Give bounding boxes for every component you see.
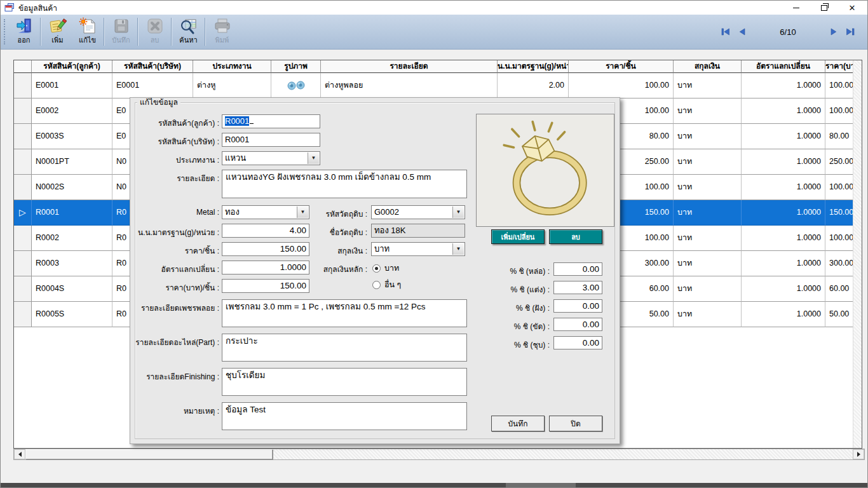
grid-header-price_baht[interactable]: ราคา(บาท bbox=[825, 60, 855, 73]
grid-cell-rate: 1.0000 bbox=[742, 124, 825, 149]
grid-header-weight[interactable]: น.น.มาตรฐาน(g)/หน่วย bbox=[498, 60, 569, 73]
grid-cell-type: ต่างหู bbox=[193, 73, 271, 98]
move-previous-button[interactable] bbox=[734, 25, 750, 39]
record-position[interactable]: 6/10 bbox=[750, 27, 825, 37]
code-customer-input[interactable]: R0001 bbox=[222, 114, 320, 128]
percent-setting-input[interactable]: 0.00 bbox=[553, 299, 602, 313]
description-textarea[interactable]: แหวนทองYG ฝังเพชรกลม 3.0 mm เม็ดข้างกลม … bbox=[222, 170, 467, 198]
grid-header-code_company[interactable]: รหัสสินค้า(บริษัท) bbox=[112, 60, 193, 73]
close-icon: ✕ bbox=[849, 4, 856, 12]
chevron-down-icon[interactable]: ▼ bbox=[297, 207, 308, 218]
save-button[interactable]: บันทึก bbox=[491, 416, 545, 431]
code-company-input[interactable]: R0001 bbox=[222, 133, 320, 147]
move-first-button[interactable] bbox=[717, 25, 734, 39]
part-detail-label: รายละเอียดอะไหล่(Part) : bbox=[135, 336, 219, 348]
product-data-window: ข้อมูลสินค้า ✕ ออกเพิ่มแก้ไขบันทึกลบค้นห… bbox=[0, 0, 868, 488]
percent-plating-input[interactable]: 0.00 bbox=[553, 336, 602, 349]
price-input[interactable]: 150.00 bbox=[222, 242, 309, 256]
toolbar-button-exit[interactable]: ออก bbox=[9, 17, 39, 47]
grid-cell-price_baht: 60.00 bbox=[825, 276, 855, 302]
main-currency-other-radio[interactable]: อื่น ๆ bbox=[372, 278, 401, 291]
radio-icon bbox=[372, 281, 381, 289]
toolbar-button-add[interactable]: เพิ่ม bbox=[43, 17, 72, 47]
toolbar-button-label: เพิ่ม bbox=[51, 35, 63, 45]
move-next-button[interactable] bbox=[825, 25, 842, 39]
image-delete-button[interactable]: ลบ bbox=[549, 229, 602, 244]
print-printer-icon bbox=[214, 17, 231, 35]
grid-cell-description: ต่างหูพลอย bbox=[321, 73, 498, 98]
edit-product-dialog: แก้ไขข้อมูล รหัสสินค้า(ลูกค้า) : R0001 ร… bbox=[130, 97, 620, 444]
scroll-right-icon bbox=[857, 452, 860, 457]
grid-header-code_customer[interactable]: รหัสสินค้า(ลูกค้า) bbox=[32, 60, 112, 73]
toolbar-button-edit[interactable]: แก้ไข bbox=[72, 17, 102, 47]
grid-header-sel[interactable] bbox=[14, 60, 32, 73]
weight-input[interactable]: 4.00 bbox=[222, 224, 309, 238]
image-add-change-button[interactable]: เพิ่ม/เปลี่ยน bbox=[491, 229, 545, 244]
note-textarea[interactable]: ข้อมูล Test bbox=[222, 402, 467, 430]
dialog-title: แก้ไขข้อมูล bbox=[137, 98, 180, 107]
toolbar-button-search[interactable]: ค้นหา bbox=[173, 17, 203, 47]
code-customer-label: รหัสสินค้า(ลูกค้า) : bbox=[158, 117, 219, 129]
type-combobox[interactable]: แหวน▼ bbox=[222, 151, 320, 165]
grid-cell-code_customer: E0003S bbox=[32, 124, 112, 149]
percent-cast-input[interactable]: 0.00 bbox=[553, 262, 602, 276]
toolbar-button-label: ค้นหา bbox=[179, 35, 197, 45]
grid-horizontal-scrollbar[interactable] bbox=[13, 449, 865, 460]
selected-text: R0001 bbox=[225, 116, 249, 126]
record-navigator: 6/10 bbox=[717, 15, 864, 49]
code-company-label: รหัสสินค้า(บริษัท) : bbox=[158, 135, 219, 147]
chevron-down-icon[interactable]: ▼ bbox=[452, 207, 464, 218]
close-button[interactable]: ✕ bbox=[838, 1, 866, 15]
material-code-combobox[interactable]: G0002▼ bbox=[371, 205, 465, 219]
gem-detail-textarea[interactable]: เพชรกลม 3.0 mm = 1 Pc , เพชรกลม 0.5 mm =… bbox=[222, 299, 467, 327]
description-label: รายละเอียด : bbox=[177, 172, 219, 184]
gold-ring-image bbox=[482, 119, 609, 222]
minimize-button[interactable] bbox=[782, 1, 810, 15]
finishing-detail-textarea[interactable]: ชุบโรเดียม bbox=[222, 368, 467, 396]
grid-cell-weight: 2.00 bbox=[498, 73, 569, 98]
grid-header-price[interactable]: ราคา/ชิ้น bbox=[569, 60, 674, 73]
grid-cell-currency: บาท bbox=[674, 200, 742, 226]
scroll-left-button[interactable] bbox=[14, 449, 25, 459]
toolbar-separator bbox=[171, 18, 172, 46]
finishing-detail-label: รายละเอียดFinishing : bbox=[146, 370, 219, 383]
exchange-rate-input[interactable]: 1.0000 bbox=[222, 261, 309, 274]
chevron-down-icon[interactable]: ▼ bbox=[452, 243, 464, 255]
percent-polish-label: % ชิ (ขัด) : bbox=[514, 320, 550, 332]
chevron-down-icon[interactable]: ▼ bbox=[308, 152, 319, 164]
grid-cell-code_customer: R0003 bbox=[32, 251, 112, 276]
move-last-button[interactable] bbox=[842, 25, 858, 39]
product-image-box bbox=[476, 114, 614, 227]
app-form-icon bbox=[4, 3, 15, 13]
price-baht-label: ราคา(บาท)/ชิ้น : bbox=[165, 281, 219, 294]
grid-header-currency[interactable]: สกุลเงิน bbox=[674, 60, 742, 73]
toolbar-button-print: พิมพ์ bbox=[207, 17, 237, 47]
grid-header-rate[interactable]: อัตราแลกเปลี่ยน bbox=[742, 60, 825, 73]
toolbar-drag-handle[interactable] bbox=[4, 19, 5, 44]
part-detail-textarea[interactable]: กระเปาะ bbox=[222, 334, 467, 362]
restore-button[interactable] bbox=[810, 1, 838, 15]
grid-cell-price_baht: 150.00 bbox=[825, 200, 855, 226]
table-row[interactable]: E0001E0001ต่างหูต่างหูพลอย2.00100.00บาท1… bbox=[14, 73, 855, 98]
grid-cell-rate: 1.0000 bbox=[742, 200, 825, 226]
horizontal-scroll-thumb[interactable] bbox=[25, 449, 273, 459]
search-magnifier-icon bbox=[180, 17, 198, 35]
metal-combobox[interactable]: ทอง▼ bbox=[222, 205, 309, 219]
currency-combobox[interactable]: บาท▼ bbox=[371, 242, 465, 256]
price-baht-input[interactable]: 150.00 bbox=[222, 279, 309, 293]
toolbar-button-label: พิมพ์ bbox=[215, 35, 229, 45]
close-dialog-button[interactable]: ปิด bbox=[549, 416, 602, 431]
restore-icon bbox=[821, 5, 827, 11]
toolbar-button-label: แก้ไข bbox=[79, 35, 96, 45]
main-currency-baht-radio[interactable]: บาท bbox=[372, 262, 399, 274]
scroll-right-button[interactable] bbox=[853, 449, 864, 459]
percent-plating-label: % ชิ (ชุบ) : bbox=[514, 339, 550, 351]
grid-header-description[interactable]: รายละเอียด bbox=[321, 60, 498, 73]
grid-header-type[interactable]: ประเภทงาน bbox=[193, 60, 271, 73]
grid-cell-price_baht: 300.00 bbox=[825, 251, 855, 276]
grid-header-image[interactable]: รูปภาพ bbox=[271, 60, 321, 73]
save-floppy-icon bbox=[112, 17, 130, 35]
grid-vertical-scrollbar[interactable] bbox=[853, 60, 862, 448]
percent-decorate-input[interactable]: 3.00 bbox=[553, 281, 602, 294]
percent-polish-input[interactable]: 0.00 bbox=[553, 318, 602, 331]
